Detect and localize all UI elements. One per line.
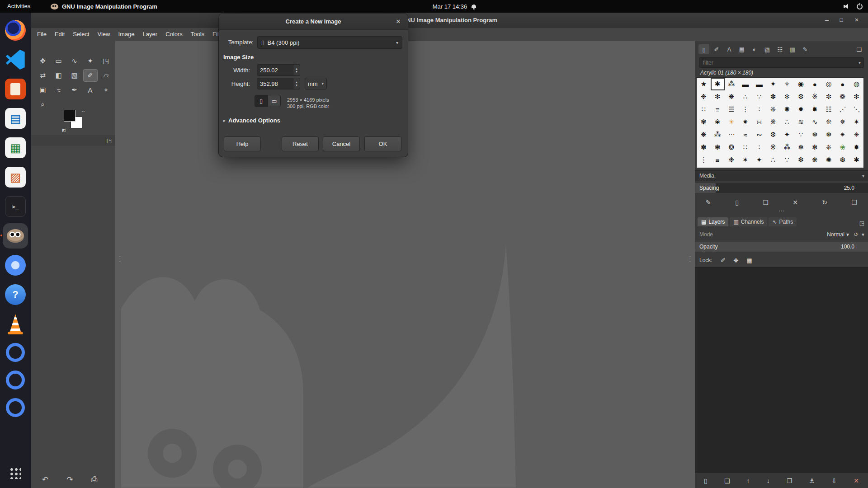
dockable-tab-icon[interactable]: ▧ [762, 44, 773, 54]
tab-channels[interactable]: ▥ Channels [730, 217, 767, 226]
history-icon[interactable]: ↶ [42, 475, 48, 484]
tool-button[interactable]: ⌖ [99, 84, 113, 96]
dock-item-chromium[interactable] [5, 255, 26, 276]
menu-item[interactable]: Edit [51, 28, 69, 41]
lock-position-icon[interactable]: ✥ [734, 257, 739, 264]
brush-item[interactable]: ✼ [822, 90, 836, 103]
brush-item[interactable]: ✱ [711, 78, 725, 90]
spin-up-icon[interactable]: ▴ [296, 80, 297, 84]
menu-item[interactable]: Tools [187, 28, 208, 41]
dockable-tab-icon[interactable]: ▥ [787, 44, 798, 54]
brush-item[interactable]: ⋱ [849, 103, 863, 116]
layer-action-icon[interactable]: ↑ [747, 477, 750, 484]
landscape-button[interactable]: ▭ [268, 95, 281, 107]
dock-item-writer[interactable]: ▤ [5, 108, 26, 129]
brush-action-icon[interactable]: ✎ [706, 199, 711, 206]
layer-action-icon[interactable]: ✕ [854, 477, 859, 484]
brush-item[interactable]: ∷ [738, 141, 752, 154]
history-icon[interactable]: ⎙ [91, 475, 98, 484]
dockable-tab-icon[interactable]: ▯ [698, 44, 709, 54]
layer-action-icon[interactable]: ↓ [767, 477, 770, 484]
reset-button[interactable]: Reset [282, 136, 319, 151]
brush-item[interactable]: ⁂ [725, 78, 739, 90]
brush-item[interactable]: ❀ [836, 141, 850, 154]
tool-button[interactable]: ◳ [99, 55, 113, 67]
brush-item[interactable]: ✦ [780, 128, 794, 141]
dock-drag-handle-right[interactable]: ⋮ [687, 257, 693, 261]
foreground-color[interactable] [64, 110, 75, 122]
brush-item[interactable]: ✺ [822, 154, 836, 166]
brush-item[interactable]: ⋯ [725, 128, 739, 141]
brush-item[interactable]: ❋ [697, 128, 711, 141]
brush-item[interactable]: ≡ [711, 154, 725, 166]
layer-action-icon[interactable]: ▯ [704, 477, 708, 484]
tool-button[interactable]: ▧ [68, 70, 81, 81]
dockable-tab-icon[interactable]: ❏ [854, 44, 864, 54]
brush-item[interactable]: ✴ [836, 128, 850, 141]
height-input[interactable] [257, 78, 293, 89]
panel-menu-icon[interactable]: ◳ [107, 137, 112, 144]
tool-button[interactable]: ✒ [68, 84, 81, 96]
brush-item[interactable]: ◍ [849, 78, 863, 90]
brush-item[interactable]: ✾ [697, 116, 711, 128]
brush-item[interactable]: ※ [766, 141, 780, 154]
brush-item[interactable]: ❄ [794, 141, 808, 154]
tool-button[interactable]: ∿ [68, 55, 81, 67]
lock-pixels-icon[interactable]: ✐ [721, 257, 726, 264]
dockable-tab-icon[interactable]: ▤ [736, 44, 747, 54]
advanced-options-expander[interactable]: ▸ Advanced Options [223, 117, 280, 124]
layer-action-icon[interactable]: ⇩ [831, 477, 837, 484]
brush-item[interactable]: ❈ [822, 141, 836, 154]
brush-action-icon[interactable]: ✕ [793, 199, 798, 206]
menu-item[interactable]: File [33, 28, 51, 41]
dialog-header[interactable]: Create a New Image ✕ [219, 14, 408, 30]
dock-item-vlc[interactable] [5, 314, 26, 334]
brush-item[interactable]: ∵ [752, 90, 766, 103]
brush-item[interactable]: ❅ [808, 128, 822, 141]
tab-layers[interactable]: ▤ Layers [698, 217, 728, 226]
brush-item[interactable]: ❂ [725, 141, 739, 154]
help-button[interactable]: Help [224, 136, 261, 151]
brush-item[interactable]: ∴ [766, 154, 780, 166]
mode-extra-buttons[interactable]: ↺ ▾ [854, 231, 864, 238]
unit-dropdown[interactable]: mm ▾ [305, 78, 327, 89]
brush-item[interactable]: ▬ [752, 78, 766, 90]
brush-item[interactable]: ✳ [849, 128, 863, 141]
dock-item-terminal[interactable]: >_ [5, 196, 26, 217]
brush-item[interactable]: ❃ [711, 141, 725, 154]
brush-item[interactable]: ✽ [697, 141, 711, 154]
brush-item[interactable]: ✧ [780, 78, 794, 90]
spin-up-icon[interactable]: ▴ [296, 67, 297, 70]
brush-item[interactable]: ∵ [780, 154, 794, 166]
dockable-tab-icon[interactable]: ☷ [774, 44, 785, 54]
dockable-tab-icon[interactable]: A [724, 44, 735, 54]
window-titlebar[interactable]: GNU Image Manipulation Program – □ × [31, 13, 868, 28]
swap-colors-icon[interactable]: ↔ [81, 108, 85, 113]
opacity-slider[interactable]: Opacity 100.0 [695, 242, 868, 252]
brush-item[interactable]: ∵ [794, 128, 808, 141]
brush-item[interactable]: ∴ [738, 90, 752, 103]
dialog-close-icon[interactable]: ✕ [393, 17, 403, 27]
brush-tag-row[interactable]: Media, ▾ [695, 170, 868, 181]
brush-item[interactable]: ❊ [822, 116, 836, 128]
template-dropdown[interactable]: ▯ B4 (300 ppi) ▾ [257, 36, 402, 49]
brush-item[interactable]: ※ [766, 116, 780, 128]
brush-item[interactable]: ☀ [725, 116, 739, 128]
brush-item[interactable]: ✶ [849, 116, 863, 128]
detach-panel-icon[interactable]: ◳ [859, 220, 864, 226]
menu-item[interactable]: Colors [161, 28, 187, 41]
mode-dropdown[interactable]: Normal ▾ [827, 231, 849, 238]
brush-item[interactable]: ◎ [822, 78, 836, 90]
brush-item[interactable]: ⁂ [711, 128, 725, 141]
layer-action-icon[interactable]: ❐ [787, 477, 793, 484]
brush-item[interactable]: ∶ [752, 141, 766, 154]
dock-item-app-2[interactable] [6, 371, 25, 389]
tab-paths[interactable]: ∿ Paths [769, 217, 797, 226]
brush-item[interactable]: ❋ [725, 90, 739, 103]
brush-item[interactable]: ∶ [752, 103, 766, 116]
brush-item[interactable]: ✷ [738, 116, 752, 128]
brush-item[interactable]: ❆ [794, 90, 808, 103]
brush-item[interactable]: ✹ [794, 103, 808, 116]
brush-item[interactable]: ❉ [725, 154, 739, 166]
minimize-button[interactable]: – [822, 15, 832, 25]
